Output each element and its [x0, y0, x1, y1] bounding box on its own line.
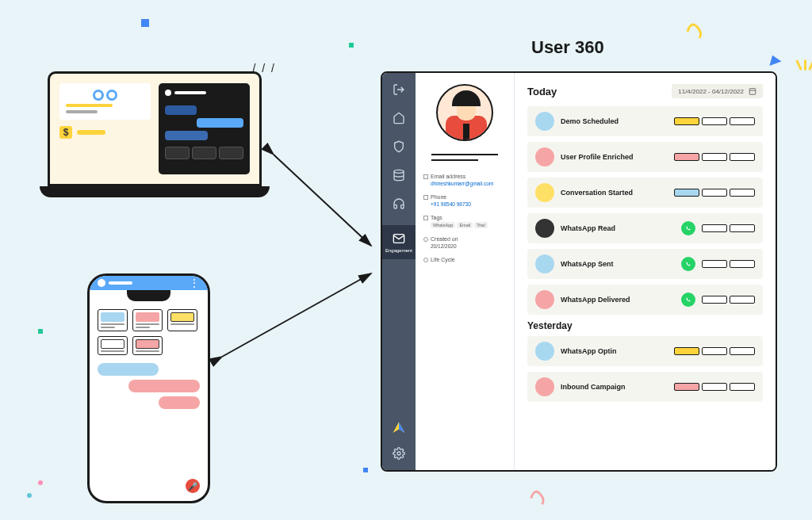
- laptop-illustration: / / / $: [40, 71, 270, 202]
- event-dot: [535, 219, 554, 238]
- dollar-icon: $: [59, 126, 72, 139]
- timeline-event-row[interactable]: WhatsApp Sent: [527, 249, 763, 279]
- date-range-label: 11/4/2022 - 04/12/2022: [678, 88, 744, 95]
- brand-logo-icon[interactable]: [392, 421, 406, 435]
- event-label: WhatsApp Sent: [561, 260, 675, 268]
- event-dot: [535, 254, 554, 273]
- timeline-event-row[interactable]: Conversation Started: [527, 178, 763, 208]
- user-360-dashboard: Engagement Email address dhineshkumarr@g…: [381, 71, 777, 472]
- clock-icon: [423, 237, 428, 242]
- event-bars: [702, 260, 755, 268]
- decoration-square: [141, 19, 149, 27]
- event-bars: [674, 117, 755, 125]
- timeline-event-row[interactable]: WhatsApp Delivered: [527, 285, 763, 315]
- whatsapp-icon: [681, 292, 695, 307]
- timeline-event-row[interactable]: WhatsApp Read: [527, 213, 763, 243]
- mail-icon: [423, 174, 428, 179]
- phone-field: Phone +91 98540 98730: [423, 194, 506, 207]
- nav-engagement-label: Engagement: [385, 248, 412, 253]
- phone-icon: [423, 195, 428, 200]
- tags-field: Tags WhatsAppEmailTrial: [423, 215, 506, 228]
- today-heading: Today: [527, 86, 557, 98]
- event-label: WhatsApp Delivered: [561, 296, 675, 304]
- tag-chip: Trial: [474, 222, 488, 228]
- decoration-squiggle: [684, 16, 707, 40]
- timeline-event-row[interactable]: Inbound Campaign: [527, 372, 763, 402]
- event-label: WhatsApp Optin: [561, 347, 668, 355]
- home-icon[interactable]: [392, 111, 406, 125]
- calendar-icon: [749, 87, 756, 95]
- mail-icon: [392, 231, 406, 246]
- headphones-icon[interactable]: [392, 197, 406, 211]
- svg-line-0: [274, 155, 371, 246]
- event-dot: [535, 290, 554, 309]
- event-dot: [535, 377, 554, 396]
- event-bars: [702, 224, 755, 232]
- user-avatar: [436, 84, 493, 141]
- svg-point-2: [394, 170, 404, 173]
- timeline-panel: Today 11/4/2022 - 04/12/2022 Demo Schedu…: [515, 73, 776, 470]
- tag-chip: WhatsApp: [431, 222, 455, 228]
- life-cycle-field: Life Cycle: [423, 257, 506, 262]
- event-bars: [674, 383, 755, 391]
- tag-icon: [423, 216, 428, 220]
- page-title: User 360: [531, 37, 604, 58]
- event-bars: [674, 189, 755, 197]
- event-label: User Profile Enriched: [561, 153, 668, 161]
- event-bars: [674, 153, 755, 161]
- tag-chip: Email: [457, 222, 473, 228]
- timeline-event-row[interactable]: WhatsApp Optin: [527, 336, 763, 366]
- event-label: Demo Scheduled: [561, 117, 668, 125]
- decoration-triangle: [767, 53, 782, 66]
- date-range-picker[interactable]: 11/4/2022 - 04/12/2022: [672, 84, 763, 98]
- decoration-square: [349, 43, 354, 48]
- menu-dots-icon: ⋮: [189, 277, 200, 289]
- event-dot: [535, 183, 554, 202]
- event-label: WhatsApp Read: [561, 224, 675, 232]
- exit-icon[interactable]: [392, 82, 406, 97]
- event-dot: [535, 147, 554, 166]
- event-bars: [674, 347, 755, 355]
- created-on-field: Created on 20/12/2020: [423, 236, 506, 249]
- database-icon[interactable]: [392, 168, 406, 182]
- decoration-dot: [38, 480, 43, 485]
- nav-engagement[interactable]: Engagement: [382, 225, 416, 259]
- svg-rect-4: [749, 89, 756, 95]
- sidebar-nav: Engagement: [382, 73, 416, 470]
- whatsapp-icon: [681, 257, 695, 271]
- event-dot: [535, 342, 554, 361]
- svg-point-3: [397, 452, 400, 455]
- event-label: Conversation Started: [561, 189, 668, 197]
- glasses-icon: [66, 90, 144, 101]
- decoration-square: [38, 329, 43, 334]
- phone-illustration: ⋮ 🎤: [87, 273, 210, 503]
- gear-icon[interactable]: [392, 446, 406, 461]
- svg-line-1: [222, 273, 371, 357]
- decoration-dot: [27, 493, 32, 498]
- mic-icon: 🎤: [186, 479, 200, 493]
- event-bars: [702, 296, 755, 304]
- profile-panel: Email address dhineshkumarr@gmail.com Ph…: [416, 73, 515, 470]
- timeline-event-row[interactable]: User Profile Enriched: [527, 142, 763, 172]
- event-label: Inbound Campaign: [561, 383, 668, 391]
- timeline-event-row[interactable]: Demo Scheduled: [527, 106, 763, 136]
- email-field: Email address dhineshkumarr@gmail.com: [423, 174, 506, 186]
- decoration-squiggle: [527, 484, 550, 506]
- shield-icon[interactable]: [392, 140, 406, 154]
- cycle-icon: [423, 258, 428, 262]
- yesterday-heading: Yesterday: [527, 320, 763, 331]
- whatsapp-icon: [681, 221, 695, 235]
- decoration-square: [363, 468, 368, 472]
- event-dot: [535, 112, 554, 131]
